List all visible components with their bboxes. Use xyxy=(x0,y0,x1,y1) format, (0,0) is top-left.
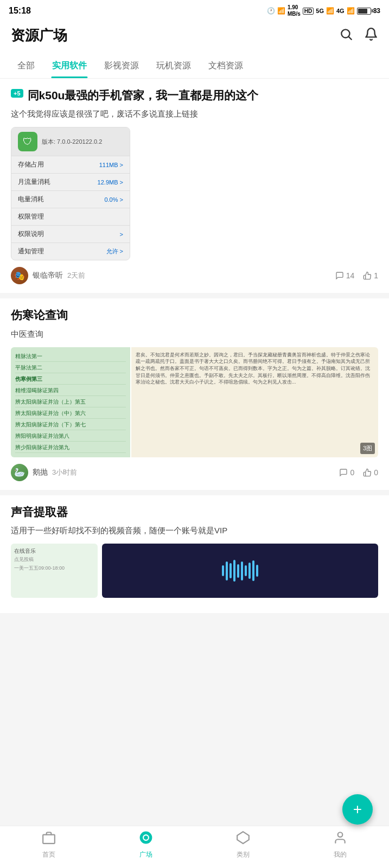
fab-add-button[interactable]: + xyxy=(342,794,373,825)
app-val-traffic: 12.9MB > xyxy=(98,179,123,186)
post2-stats: 0 0 xyxy=(339,468,378,477)
post2-right-text: 君矣。不知沈君是何术而若斯之妙。因询之，君曰。予当探龙藏秘册青囊奥旨而神析也盛。… xyxy=(136,352,374,386)
list-item-3: 伤寒例第三 xyxy=(15,374,126,385)
signal-icon: 📶 xyxy=(277,7,285,15)
post-card-2: 伤寒论查询 中医查询 精脉法第一 平脉法第二 伤寒例第三 精维湿暍脉证第四 辨太… xyxy=(0,298,389,489)
post3-left-text: 在线音乐 点见投稿 一美一五五09:00-18:00 xyxy=(14,547,94,572)
post1-time: 2天前 xyxy=(67,271,85,280)
list-item-7: 辨太阳病脉证并治（下）第七 xyxy=(15,420,126,430)
post2-avatar: 🦢 xyxy=(11,464,28,481)
post2-img-right: 君矣。不知沈君是何术而若斯之妙。因询之，君曰。予当探龙藏秘册青囊奥旨而神析也盛。… xyxy=(131,347,378,457)
svg-point-5 xyxy=(144,836,148,840)
sound-wave xyxy=(222,560,258,582)
tabs-bar: 全部 实用软件 影视资源 玩机资源 文档资源 xyxy=(0,54,389,79)
nav-category-label: 类别 xyxy=(237,850,250,859)
tab-all[interactable]: 全部 xyxy=(9,54,43,78)
alarm-icon: 🕐 xyxy=(267,7,275,15)
post2-title-row: 伤寒论查询 xyxy=(11,307,378,323)
app-label-permdesc: 权限说明 xyxy=(18,229,44,239)
tab-software[interactable]: 实用软件 xyxy=(43,54,95,78)
post1-comment-count: 14 xyxy=(346,271,355,280)
app-label-permission: 权限管理 xyxy=(18,212,44,221)
header: 资源广场 xyxy=(0,20,389,54)
battery-level: 83 xyxy=(373,7,380,15)
post2-footer: 🦢 鹅抛 3小时前 0 0 xyxy=(11,464,378,481)
bottom-spacer xyxy=(0,618,389,662)
app-row-traffic: 月流量消耗 12.9MB > xyxy=(11,173,130,190)
post3-title[interactable]: 声音提取器 xyxy=(11,504,68,520)
app-row-notify: 通知管理 允许 > xyxy=(11,242,130,260)
post3-images: 在线音乐 点见投稿 一美一五五09:00-18:00 xyxy=(11,544,378,598)
post2-comment-count: 0 xyxy=(350,468,354,477)
app-label-traffic: 月流量消耗 xyxy=(18,177,50,187)
list-item-6: 辨太阳病脉证并治（中）第六 xyxy=(15,409,126,419)
post-card-1: +5 同k50u最强的手机管家，我一直都是用的这个 这个我觉得应该是很强了吧，废… xyxy=(0,79,389,293)
post2-author-name: 鹅抛 xyxy=(33,468,48,477)
app-info-header: 🛡 版本: 7.0.0-220122.0.2 xyxy=(11,127,130,156)
post1-title-row: +5 同k50u最强的手机管家，我一直都是用的这个 xyxy=(11,87,378,103)
nav-profile[interactable]: 我的 xyxy=(324,831,356,859)
signal3-icon: 📶 xyxy=(347,7,355,15)
bell-icon[interactable] xyxy=(364,27,378,44)
content-area: +5 同k50u最强的手机管家，我一直都是用的这个 这个我觉得应该是很强了吧，废… xyxy=(0,79,389,662)
post2-likes[interactable]: 0 xyxy=(363,468,378,477)
post-card-3: 声音提取器 适用于一些好听却找不到的视频音频，随便一个账号就是VIP 在线音乐 … xyxy=(0,495,389,613)
svg-point-7 xyxy=(338,832,343,837)
app-val-permdesc: > xyxy=(120,231,123,238)
app-label-notify: 通知管理 xyxy=(18,247,44,256)
post1-title[interactable]: 同k50u最强的手机管家，我一直都是用的这个 xyxy=(28,87,259,103)
post3-title-row: 声音提取器 xyxy=(11,504,378,520)
status-bar: 15:18 🕐 📶 1.90MB/s HD 5G 📶 4G 📶 83 xyxy=(0,0,389,20)
app-row-permission: 权限管理 xyxy=(11,208,130,225)
post2-like-count: 0 xyxy=(374,468,378,477)
list-item-4: 精维湿暍脉证第四 xyxy=(15,386,126,396)
post1-like-count: 1 xyxy=(374,271,378,280)
app-val-power: 0.0% > xyxy=(104,196,123,203)
post1-avatar: 🎭 xyxy=(11,267,28,284)
signal2-icon: 📶 xyxy=(326,7,334,15)
post1-footer: 🎭 银临帝听 2天前 14 1 xyxy=(11,267,378,284)
app-row-power: 电量消耗 0.0% > xyxy=(11,190,130,208)
network-5g: 5G xyxy=(316,8,324,14)
post1-badge: +5 xyxy=(11,89,23,98)
post1-likes[interactable]: 1 xyxy=(363,271,378,280)
image-count-badge: 3图 xyxy=(360,443,375,454)
post2-img-left: 精脉法第一 平脉法第二 伤寒例第三 精维湿暍脉证第四 辨太阳病脉证并治（上）第五… xyxy=(11,347,130,457)
post2-title[interactable]: 伤寒论查询 xyxy=(11,307,68,323)
category-icon xyxy=(236,831,250,848)
tab-gadget[interactable]: 玩机资源 xyxy=(148,54,200,78)
search-icon[interactable] xyxy=(339,27,353,44)
post1-comments[interactable]: 14 xyxy=(335,271,355,280)
home-icon xyxy=(42,831,56,848)
post1-desc: 这个我觉得应该是很强了吧，废话不多说直接上链接 xyxy=(11,107,378,120)
battery-icon xyxy=(357,8,371,15)
post2-comments[interactable]: 0 xyxy=(339,468,354,477)
app-icon: 🛡 xyxy=(18,132,37,151)
nav-plaza[interactable]: 广场 xyxy=(130,831,162,859)
list-item-9: 辨少阳病脉证并治第九 xyxy=(15,443,126,453)
post3-desc: 适用于一些好听却找不到的视频音频，随便一个账号就是VIP xyxy=(11,524,378,537)
tab-media[interactable]: 影视资源 xyxy=(95,54,148,78)
post1-author: 🎭 银临帝听 2天前 xyxy=(11,267,85,284)
post1-image: 🛡 版本: 7.0.0-220122.0.2 存储占用 111MB > 月流量消… xyxy=(11,127,130,260)
plaza-icon xyxy=(139,831,153,848)
post2-time: 3小时前 xyxy=(52,468,77,477)
list-item-1: 精脉法第一 xyxy=(15,352,126,362)
svg-rect-2 xyxy=(43,835,55,844)
list-item-8: 辨阳明病脉证并治第八 xyxy=(15,431,126,442)
tab-docs[interactable]: 文档资源 xyxy=(200,54,252,78)
status-icons: 🕐 📶 1.90MB/s HD 5G 📶 4G 📶 83 xyxy=(267,4,380,17)
nav-plaza-label: 广场 xyxy=(139,850,152,859)
post2-desc: 中医查询 xyxy=(11,328,378,341)
nav-home[interactable]: 首页 xyxy=(33,831,65,859)
fab-icon: + xyxy=(353,801,362,818)
nav-category[interactable]: 类别 xyxy=(227,831,259,859)
svg-marker-6 xyxy=(237,832,249,844)
app-label-power: 电量消耗 xyxy=(18,195,44,204)
post2-images: 精脉法第一 平脉法第二 伤寒例第三 精维湿暍脉证第四 辨太阳病脉证并治（上）第五… xyxy=(11,347,378,457)
nav-profile-label: 我的 xyxy=(334,850,347,859)
list-item-5: 辨太阳病脉证并治（上）第五 xyxy=(15,397,126,407)
app-row-permdesc: 权限说明 > xyxy=(11,225,130,242)
post2-author: 🦢 鹅抛 3小时前 xyxy=(11,464,77,481)
post3-img-left: 在线音乐 点见投稿 一美一五五09:00-18:00 xyxy=(11,544,98,598)
